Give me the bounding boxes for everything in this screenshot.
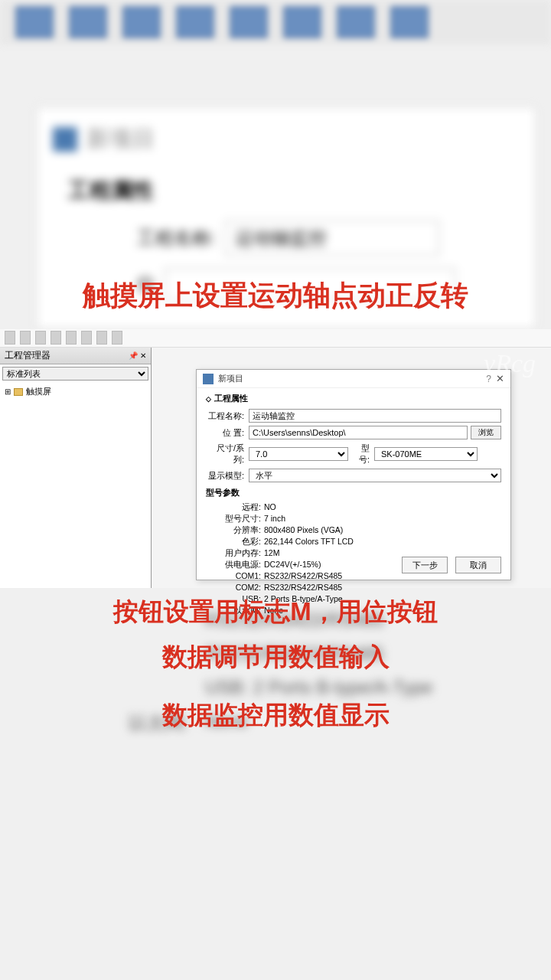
caption-line-1: 触摸屏上设置运动轴点动正反转 <box>0 277 551 315</box>
background-toolbar <box>0 0 551 44</box>
caption-line-2: 按钮设置用标志M，用位按钮 <box>0 595 551 629</box>
bg-name-label: 工程名称: <box>137 226 216 250</box>
name-label: 工程名称: <box>206 410 249 422</box>
spec-label: COM1: <box>206 570 264 582</box>
cancel-button[interactable]: 取消 <box>455 557 501 573</box>
location-input[interactable] <box>249 426 468 439</box>
watermark: vRcg <box>484 349 536 378</box>
toolbar-icon <box>176 6 214 38</box>
project-manager-panel: 工程管理器 📌 ✕ 标准列表 ⊞ 触摸屏 <box>0 348 152 588</box>
model-select[interactable]: SK-070ME <box>374 447 478 461</box>
dialog-icon <box>203 374 214 384</box>
display-mode-select[interactable]: 水平 <box>249 469 501 482</box>
next-button[interactable]: 下一步 <box>402 557 448 573</box>
spec-label: COM2: <box>206 582 264 593</box>
tree-list-dropdown[interactable]: 标准列表 <box>2 367 148 381</box>
toolbar-icon <box>390 6 429 38</box>
toolbar-icon <box>69 6 107 38</box>
spec-header: 型号参数 <box>206 487 501 498</box>
spec-label: 远程: <box>206 501 264 513</box>
model-label: 型 号: <box>348 443 374 466</box>
spec-value: 262,144 Colors TFT LCD <box>264 536 501 547</box>
dialog-titlebar: 新项目 ? ✕ <box>197 370 510 388</box>
spec-label: 用户内存: <box>206 547 264 559</box>
bg-name-value: 运动轴监控 <box>225 220 439 256</box>
toolbar-icon[interactable] <box>20 331 31 345</box>
spec-value: NO <box>264 501 501 513</box>
project-name-input[interactable] <box>249 409 501 423</box>
pin-icon[interactable]: 📌 ✕ <box>129 351 146 360</box>
bg-dialog-title: 新项目 <box>86 123 155 155</box>
blur-spec-row: USB: 2 Ports B-type/A-Type <box>205 677 536 698</box>
collapse-icon[interactable]: ◇ <box>206 395 211 403</box>
size-select[interactable]: 7.0 <box>249 447 348 461</box>
toolbar-icon <box>337 6 375 38</box>
toolbar-icon[interactable] <box>5 331 15 345</box>
toolbar-icon[interactable] <box>35 331 46 345</box>
new-project-dialog: 新项目 ? ✕ ◇ 工程属性 工程名称: 位 置: <box>196 369 511 580</box>
toolbar-icon <box>230 6 268 38</box>
section-title: 工程属性 <box>214 393 248 404</box>
toolbar-icon[interactable] <box>81 331 92 345</box>
location-label: 位 置: <box>206 427 249 439</box>
caption-line-4: 数据监控用数值显示 <box>0 698 551 733</box>
toolbar-icon <box>283 6 321 38</box>
panel-title: 工程管理器 <box>5 349 51 362</box>
size-label: 尺寸/系列: <box>206 443 249 466</box>
toolbar-icon <box>122 6 161 38</box>
editor-area: 新项目 ? ✕ ◇ 工程属性 工程名称: 位 置: <box>152 348 551 588</box>
dialog-title: 新项目 <box>218 373 481 384</box>
toolbar-icon[interactable] <box>66 331 77 345</box>
spec-value: RS232/RS422/RS485 <box>264 582 501 593</box>
tree-item-touchscreen[interactable]: ⊞ 触摸屏 <box>5 386 146 397</box>
spec-label: 供电电源: <box>206 559 264 570</box>
toolbar-icon[interactable] <box>112 331 122 345</box>
expand-icon[interactable]: ⊞ <box>5 387 11 396</box>
app-window: 工程管理器 📌 ✕ 标准列表 ⊞ 触摸屏 新项目 <box>0 329 551 588</box>
app-toolbar <box>0 329 551 348</box>
browse-button[interactable]: 浏览 <box>471 426 501 439</box>
app-icon <box>53 127 77 152</box>
folder-icon <box>14 388 23 396</box>
toolbar-icon[interactable] <box>96 331 107 345</box>
spec-label: 型号尺寸: <box>206 513 264 524</box>
spec-value: 800x480 Pixels (VGA) <box>264 524 501 536</box>
caption-line-3: 数据调节用数值输入 <box>0 640 551 675</box>
spec-value: 7 inch <box>264 513 501 524</box>
spec-label: 色彩: <box>206 536 264 547</box>
display-label: 显示模型: <box>206 470 249 482</box>
toolbar-icon[interactable] <box>51 331 61 345</box>
spec-label: 分辨率: <box>206 524 264 536</box>
toolbar-icon <box>15 6 54 38</box>
bg-section-title: 工程属性 <box>68 176 520 205</box>
tree-item-label: 触摸屏 <box>26 386 51 397</box>
